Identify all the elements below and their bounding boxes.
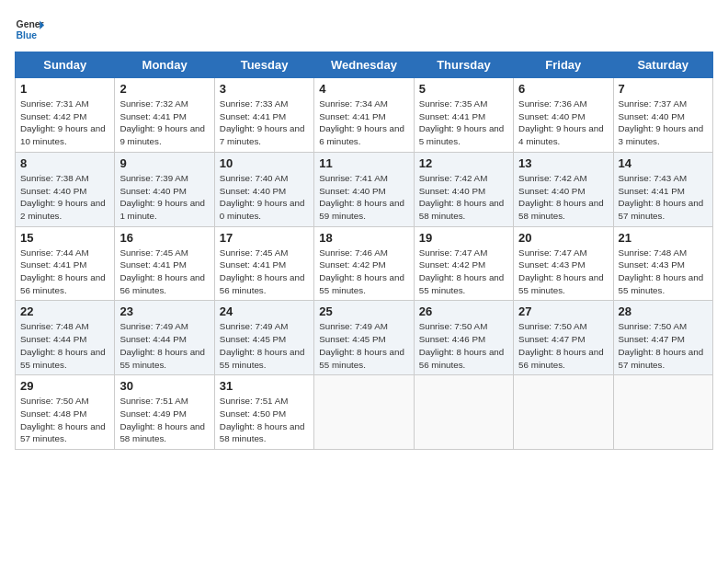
day-number: 10 xyxy=(220,156,309,170)
day-number: 31 xyxy=(220,379,309,393)
calendar-cell: 31 Sunrise: 7:51 AM Sunset: 4:50 PM Dayl… xyxy=(214,375,313,450)
calendar-cell: 6 Sunrise: 7:36 AM Sunset: 4:40 PM Dayli… xyxy=(514,78,613,153)
calendar-cell: 24 Sunrise: 7:49 AM Sunset: 4:45 PM Dayl… xyxy=(214,301,313,375)
day-number: 27 xyxy=(518,304,608,318)
day-info: Sunrise: 7:43 AM Sunset: 4:41 PM Dayligh… xyxy=(619,172,708,223)
day-info: Sunrise: 7:35 AM Sunset: 4:41 PM Dayligh… xyxy=(419,98,508,148)
calendar-cell: 14 Sunrise: 7:43 AM Sunset: 4:41 PM Dayl… xyxy=(613,152,712,226)
calendar-cell: 10 Sunrise: 7:40 AM Sunset: 4:40 PM Dayl… xyxy=(214,152,313,226)
weekday-header-saturday: Saturday xyxy=(613,52,712,78)
day-number: 13 xyxy=(518,156,608,170)
calendar-cell xyxy=(514,375,613,450)
day-number: 29 xyxy=(20,379,109,393)
day-number: 28 xyxy=(619,304,708,318)
day-info: Sunrise: 7:33 AM Sunset: 4:41 PM Dayligh… xyxy=(220,98,309,148)
day-info: Sunrise: 7:31 AM Sunset: 4:42 PM Dayligh… xyxy=(20,98,109,148)
logo-icon: General Blue xyxy=(15,15,44,44)
day-number: 6 xyxy=(518,82,608,96)
calendar-week-4: 22 Sunrise: 7:48 AM Sunset: 4:44 PM Dayl… xyxy=(16,301,713,375)
weekday-header-friday: Friday xyxy=(514,52,613,78)
calendar-cell: 18 Sunrise: 7:46 AM Sunset: 4:42 PM Dayl… xyxy=(314,226,414,301)
day-number: 1 xyxy=(20,82,109,96)
weekday-header-row: SundayMondayTuesdayWednesdayThursdayFrid… xyxy=(16,52,713,78)
calendar-week-5: 29 Sunrise: 7:50 AM Sunset: 4:48 PM Dayl… xyxy=(16,375,713,450)
calendar-cell: 30 Sunrise: 7:51 AM Sunset: 4:49 PM Dayl… xyxy=(115,375,214,450)
day-number: 14 xyxy=(619,156,708,170)
day-number: 11 xyxy=(319,156,408,170)
calendar-cell: 2 Sunrise: 7:32 AM Sunset: 4:41 PM Dayli… xyxy=(115,78,214,153)
day-info: Sunrise: 7:47 AM Sunset: 4:43 PM Dayligh… xyxy=(518,247,608,297)
day-number: 17 xyxy=(220,231,309,245)
day-info: Sunrise: 7:42 AM Sunset: 4:40 PM Dayligh… xyxy=(419,172,508,223)
calendar-cell: 9 Sunrise: 7:39 AM Sunset: 4:40 PM Dayli… xyxy=(115,152,214,226)
calendar-cell: 3 Sunrise: 7:33 AM Sunset: 4:41 PM Dayli… xyxy=(214,78,313,153)
day-info: Sunrise: 7:41 AM Sunset: 4:40 PM Dayligh… xyxy=(319,172,408,223)
calendar-cell: 7 Sunrise: 7:37 AM Sunset: 4:40 PM Dayli… xyxy=(613,78,712,153)
calendar-cell: 22 Sunrise: 7:48 AM Sunset: 4:44 PM Dayl… xyxy=(16,301,115,375)
calendar-cell xyxy=(314,375,414,450)
day-info: Sunrise: 7:50 AM Sunset: 4:48 PM Dayligh… xyxy=(20,395,109,445)
calendar-cell: 29 Sunrise: 7:50 AM Sunset: 4:48 PM Dayl… xyxy=(16,375,115,450)
day-number: 12 xyxy=(419,156,508,170)
day-info: Sunrise: 7:47 AM Sunset: 4:42 PM Dayligh… xyxy=(419,247,508,297)
day-number: 4 xyxy=(319,82,408,96)
day-info: Sunrise: 7:44 AM Sunset: 4:41 PM Dayligh… xyxy=(20,247,109,297)
day-info: Sunrise: 7:42 AM Sunset: 4:40 PM Dayligh… xyxy=(518,172,608,223)
day-number: 18 xyxy=(319,231,408,245)
day-number: 25 xyxy=(319,304,408,318)
day-number: 19 xyxy=(419,231,508,245)
day-info: Sunrise: 7:48 AM Sunset: 4:43 PM Dayligh… xyxy=(619,247,708,297)
day-info: Sunrise: 7:32 AM Sunset: 4:41 PM Dayligh… xyxy=(119,98,209,148)
calendar-week-3: 15 Sunrise: 7:44 AM Sunset: 4:41 PM Dayl… xyxy=(16,226,713,301)
day-number: 21 xyxy=(619,231,708,245)
day-info: Sunrise: 7:38 AM Sunset: 4:40 PM Dayligh… xyxy=(20,172,109,223)
day-number: 9 xyxy=(119,156,209,170)
calendar-cell: 15 Sunrise: 7:44 AM Sunset: 4:41 PM Dayl… xyxy=(16,226,115,301)
day-info: Sunrise: 7:45 AM Sunset: 4:41 PM Dayligh… xyxy=(119,247,209,297)
day-number: 16 xyxy=(119,231,209,245)
weekday-header-tuesday: Tuesday xyxy=(214,52,313,78)
calendar-cell: 1 Sunrise: 7:31 AM Sunset: 4:42 PM Dayli… xyxy=(16,78,115,153)
svg-text:Blue: Blue xyxy=(17,30,38,40)
day-number: 5 xyxy=(419,82,508,96)
weekday-header-sunday: Sunday xyxy=(16,52,115,78)
day-info: Sunrise: 7:50 AM Sunset: 4:47 PM Dayligh… xyxy=(619,320,708,371)
calendar-cell: 25 Sunrise: 7:49 AM Sunset: 4:45 PM Dayl… xyxy=(314,301,414,375)
day-info: Sunrise: 7:48 AM Sunset: 4:44 PM Dayligh… xyxy=(20,320,109,371)
calendar-cell: 5 Sunrise: 7:35 AM Sunset: 4:41 PM Dayli… xyxy=(414,78,513,153)
calendar-cell: 20 Sunrise: 7:47 AM Sunset: 4:43 PM Dayl… xyxy=(514,226,613,301)
day-info: Sunrise: 7:46 AM Sunset: 4:42 PM Dayligh… xyxy=(319,247,408,297)
day-info: Sunrise: 7:50 AM Sunset: 4:46 PM Dayligh… xyxy=(419,320,508,371)
logo: General Blue xyxy=(15,15,44,44)
calendar-cell: 4 Sunrise: 7:34 AM Sunset: 4:41 PM Dayli… xyxy=(314,78,414,153)
day-info: Sunrise: 7:49 AM Sunset: 4:44 PM Dayligh… xyxy=(119,320,209,371)
calendar-cell: 28 Sunrise: 7:50 AM Sunset: 4:47 PM Dayl… xyxy=(613,301,712,375)
day-info: Sunrise: 7:39 AM Sunset: 4:40 PM Dayligh… xyxy=(119,172,209,223)
day-number: 3 xyxy=(220,82,309,96)
day-info: Sunrise: 7:50 AM Sunset: 4:47 PM Dayligh… xyxy=(518,320,608,371)
calendar-cell xyxy=(414,375,513,450)
day-info: Sunrise: 7:49 AM Sunset: 4:45 PM Dayligh… xyxy=(319,320,408,371)
day-number: 7 xyxy=(619,82,708,96)
day-info: Sunrise: 7:51 AM Sunset: 4:49 PM Dayligh… xyxy=(119,395,209,445)
calendar-cell: 16 Sunrise: 7:45 AM Sunset: 4:41 PM Dayl… xyxy=(115,226,214,301)
weekday-header-thursday: Thursday xyxy=(414,52,513,78)
header: General Blue xyxy=(15,15,713,44)
day-number: 8 xyxy=(20,156,109,170)
calendar-cell: 27 Sunrise: 7:50 AM Sunset: 4:47 PM Dayl… xyxy=(514,301,613,375)
day-info: Sunrise: 7:34 AM Sunset: 4:41 PM Dayligh… xyxy=(319,98,408,148)
calendar-cell: 8 Sunrise: 7:38 AM Sunset: 4:40 PM Dayli… xyxy=(16,152,115,226)
weekday-header-monday: Monday xyxy=(115,52,214,78)
calendar-body: 1 Sunrise: 7:31 AM Sunset: 4:42 PM Dayli… xyxy=(16,78,713,450)
day-info: Sunrise: 7:49 AM Sunset: 4:45 PM Dayligh… xyxy=(220,320,309,371)
day-number: 15 xyxy=(20,231,109,245)
calendar-cell: 26 Sunrise: 7:50 AM Sunset: 4:46 PM Dayl… xyxy=(414,301,513,375)
calendar-cell: 12 Sunrise: 7:42 AM Sunset: 4:40 PM Dayl… xyxy=(414,152,513,226)
day-info: Sunrise: 7:37 AM Sunset: 4:40 PM Dayligh… xyxy=(619,98,708,148)
day-info: Sunrise: 7:51 AM Sunset: 4:50 PM Dayligh… xyxy=(220,395,309,445)
calendar-cell: 23 Sunrise: 7:49 AM Sunset: 4:44 PM Dayl… xyxy=(115,301,214,375)
calendar-table: SundayMondayTuesdayWednesdayThursdayFrid… xyxy=(15,52,713,450)
day-number: 20 xyxy=(518,231,608,245)
day-number: 23 xyxy=(119,304,209,318)
calendar-cell xyxy=(613,375,712,450)
